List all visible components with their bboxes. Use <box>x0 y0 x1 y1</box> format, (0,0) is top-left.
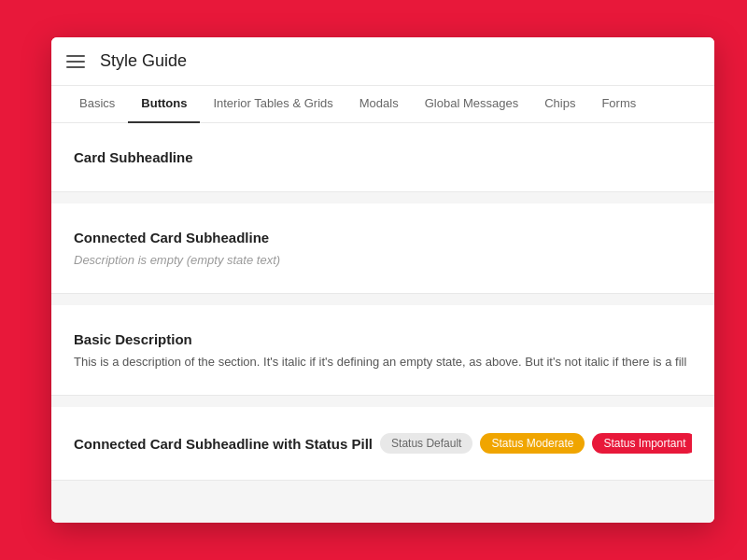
card-3-description: This is a description of the section. It… <box>74 355 692 369</box>
tab-modals[interactable]: Modals <box>346 86 412 123</box>
basic-description-card: Basic Description This is a description … <box>51 305 714 396</box>
pill-moderate[interactable]: Status Moderate <box>480 433 585 454</box>
connected-card-subheadline: Connected Card Subheadline Description i… <box>51 203 714 294</box>
card-gap-3 <box>51 396 714 407</box>
tab-interior-tables[interactable]: Interior Tables & Grids <box>200 86 345 123</box>
status-pill-row: Connected Card Subheadline with Status P… <box>74 433 692 454</box>
card-2-description: Description is empty (empty state text) <box>74 253 692 267</box>
card-1-headline: Card Subheadline <box>74 149 692 165</box>
page-title: Style Guide <box>100 51 187 71</box>
tab-basics[interactable]: Basics <box>66 86 128 123</box>
hamburger-icon[interactable] <box>66 55 85 68</box>
card-4-headline: Connected Card Subheadline with Status P… <box>74 436 373 452</box>
card-3-headline: Basic Description <box>74 331 692 347</box>
tab-buttons[interactable]: Buttons <box>128 86 200 123</box>
tab-global-messages[interactable]: Global Messages <box>412 86 531 123</box>
content-area: Card Subheadline Connected Card Subheadl… <box>51 123 714 523</box>
tab-chips[interactable]: Chips <box>531 86 588 123</box>
pill-important[interactable]: Status Important <box>592 433 692 454</box>
tab-forms[interactable]: Forms <box>588 86 649 123</box>
card-gap-2 <box>51 294 714 305</box>
card-gap-1 <box>51 192 714 203</box>
card-subheadline: Card Subheadline <box>51 123 714 192</box>
card-2-headline: Connected Card Subheadline <box>74 230 692 245</box>
nav-tabs: Basics Buttons Interior Tables & Grids M… <box>51 86 714 123</box>
header: Style Guide <box>51 37 714 86</box>
pill-default[interactable]: Status Default <box>380 433 472 454</box>
connected-card-status-pill: Connected Card Subheadline with Status P… <box>51 407 714 481</box>
app-window: Style Guide Basics Buttons Interior Tabl… <box>51 37 714 523</box>
